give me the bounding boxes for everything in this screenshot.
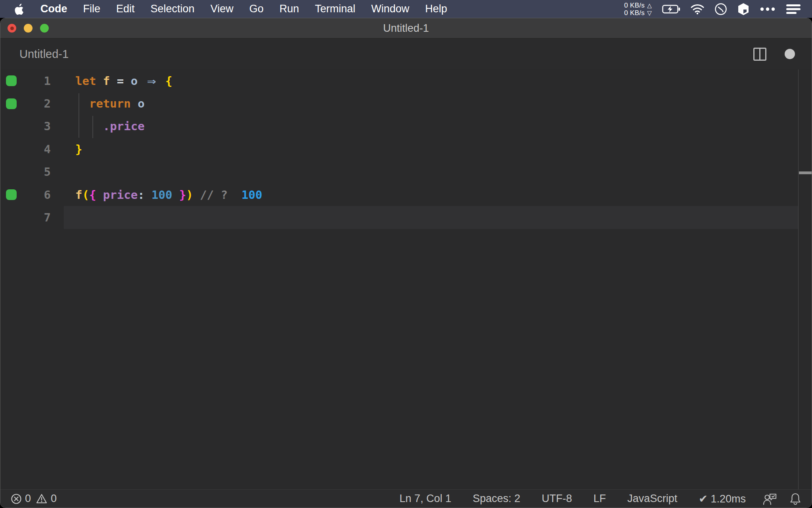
code-line-6[interactable]: 6f({ price: 100 }) // ? 100 xyxy=(0,183,812,206)
menu-item-view[interactable]: View xyxy=(211,3,234,15)
error-icon xyxy=(11,493,22,504)
token-plain xyxy=(75,119,103,133)
menubar: CodeFileEditSelectionViewGoRunTerminalWi… xyxy=(0,0,812,18)
ellipsis-icon[interactable] xyxy=(760,7,776,11)
problems-indicator[interactable]: 0 0 xyxy=(11,493,57,505)
menubar-left: CodeFileEditSelectionViewGoRunTerminalWi… xyxy=(0,3,447,15)
status-cursor-position[interactable]: Ln 7, Col 1 xyxy=(389,493,462,505)
code-line-4[interactable]: 4} xyxy=(0,138,812,160)
cube-app-icon[interactable] xyxy=(737,3,749,15)
editor-code-area[interactable]: 76f({ price: 100 }) // ? 10054}3 .price2… xyxy=(0,69,812,490)
line-number: 4 xyxy=(0,142,51,156)
line-number: 6 xyxy=(0,188,51,202)
token-plain xyxy=(75,97,89,110)
menu-item-code[interactable]: Code xyxy=(40,3,67,15)
editor-title-bar: Untitled-1 xyxy=(0,38,812,69)
menu-item-window[interactable]: Window xyxy=(371,3,409,15)
token-variable: o xyxy=(131,74,138,88)
token-brace2: { xyxy=(89,188,96,202)
minimize-button[interactable] xyxy=(24,24,33,33)
token-paren: ( xyxy=(82,188,89,202)
menubar-status-icons: 0 KB/s△ 0 KB/s▽ xyxy=(624,2,812,17)
line-number: 3 xyxy=(0,119,51,133)
code-line-2[interactable]: 2 return o xyxy=(0,92,812,115)
status-quokka-time[interactable]: ✔ 1.20ms xyxy=(688,493,756,505)
token-number: 100 xyxy=(145,188,172,202)
token-result: 100 xyxy=(228,188,262,202)
vscode-window: Untitled-1 Untitled-1 76f({ price: 100 }… xyxy=(0,18,812,508)
token-paren: ) xyxy=(186,188,193,202)
token-fname: f xyxy=(103,74,110,88)
line-number: 5 xyxy=(0,165,51,179)
apple-icon[interactable] xyxy=(14,3,25,15)
code-text: .price xyxy=(75,119,145,133)
statusbar-right-items: Ln 7, Col 1Spaces: 2UTF-8LFJavaScript✔ 1… xyxy=(389,493,756,505)
menu-item-help[interactable]: Help xyxy=(425,3,447,15)
token-property: .price xyxy=(103,119,145,133)
net-down-label: 0 KB/s xyxy=(624,9,645,17)
token-variable: o xyxy=(138,97,144,110)
warning-count: 0 xyxy=(51,493,57,505)
close-button[interactable] xyxy=(8,24,16,33)
token-arrow: ⇒ xyxy=(142,74,160,88)
menu-item-selection[interactable]: Selection xyxy=(151,3,195,15)
line-number: 2 xyxy=(0,97,51,110)
screen: CodeFileEditSelectionViewGoRunTerminalWi… xyxy=(0,0,812,508)
list-menu-icon[interactable] xyxy=(786,4,801,14)
zoom-button[interactable] xyxy=(40,24,49,33)
menu-item-go[interactable]: Go xyxy=(249,3,264,15)
window-titlebar[interactable]: Untitled-1 xyxy=(0,18,812,38)
token-plain xyxy=(110,74,117,88)
token-plain xyxy=(131,97,138,110)
tab-untitled-1[interactable]: Untitled-1 xyxy=(0,48,69,61)
code-text: return o xyxy=(75,97,145,110)
clock-icon[interactable] xyxy=(714,3,727,15)
token-brace1: } xyxy=(75,142,82,156)
token-brace1: { xyxy=(165,74,172,88)
battery-charging-icon[interactable] xyxy=(662,4,680,14)
code-line-5[interactable]: 5 xyxy=(0,161,812,183)
line-number: 1 xyxy=(0,74,51,88)
traffic-lights xyxy=(8,18,49,38)
feedback-icon[interactable] xyxy=(756,493,783,505)
statusbar: 0 0 Ln 7, Col 1Spaces: 2UTF-8LFJavaScr xyxy=(0,489,812,508)
network-speed-widget[interactable]: 0 KB/s△ 0 KB/s▽ xyxy=(624,2,652,17)
menu-item-run[interactable]: Run xyxy=(280,3,299,15)
ruler-cursor-mark xyxy=(799,171,812,174)
upload-arrow-icon: △ xyxy=(647,2,652,8)
token-colon: : xyxy=(138,188,144,202)
split-editor-icon[interactable] xyxy=(753,48,766,61)
token-keyword: return xyxy=(89,97,131,110)
statusbar-right: Ln 7, Col 1Spaces: 2UTF-8LFJavaScript✔ 1… xyxy=(389,493,801,505)
status-language-mode[interactable]: JavaScript xyxy=(617,493,688,505)
net-up-label: 0 KB/s xyxy=(624,2,645,9)
overview-ruler[interactable] xyxy=(798,69,812,490)
error-count: 0 xyxy=(25,493,31,505)
download-arrow-icon: ▽ xyxy=(647,10,652,16)
code-line-3[interactable]: 3 .price xyxy=(0,115,812,138)
token-property: price xyxy=(96,188,138,202)
menu-item-file[interactable]: File xyxy=(83,3,101,15)
code-line-7[interactable]: 7 xyxy=(0,206,812,229)
token-comment: // ? xyxy=(193,188,228,202)
status-eol[interactable]: LF xyxy=(583,493,617,505)
status-indentation[interactable]: Spaces: 2 xyxy=(462,493,531,505)
notifications-bell-icon[interactable] xyxy=(783,493,801,505)
editor-actions xyxy=(753,48,812,61)
code-text: f({ price: 100 }) // ? 100 xyxy=(75,188,262,202)
status-encoding[interactable]: UTF-8 xyxy=(531,493,583,505)
token-keyword: let xyxy=(75,74,103,88)
unsaved-changes-dot[interactable] xyxy=(785,49,795,59)
menu-item-terminal[interactable]: Terminal xyxy=(315,3,355,15)
menu-item-edit[interactable]: Edit xyxy=(116,3,135,15)
token-fname: f xyxy=(75,188,82,202)
code-line-1[interactable]: 1let f = o ⇒ { xyxy=(0,69,812,92)
token-operator: = xyxy=(117,74,124,88)
warning-icon xyxy=(36,493,48,504)
wifi-icon[interactable] xyxy=(691,4,704,14)
code-text: } xyxy=(75,142,82,156)
line-number: 7 xyxy=(0,211,51,224)
token-plain xyxy=(124,74,130,88)
window-title: Untitled-1 xyxy=(383,22,429,35)
token-brace2: } xyxy=(172,188,186,202)
